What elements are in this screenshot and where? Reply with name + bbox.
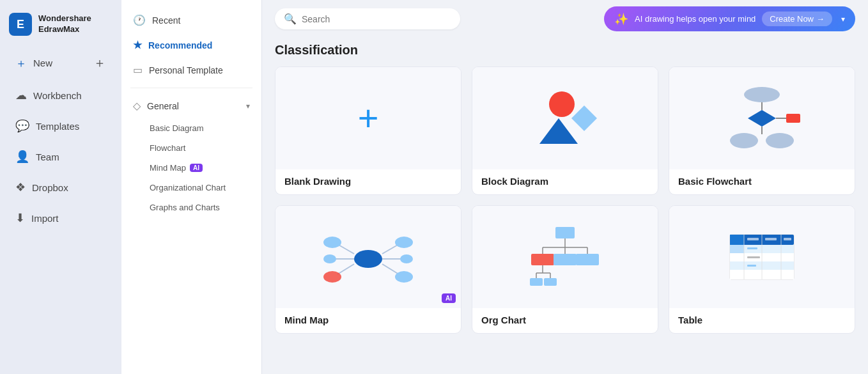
mind-map-ai-badge: AI [190,164,203,172]
card-blank-visual: + [275,67,461,169]
cards-grid: + Blank Drawing Block Diagram [262,66,868,347]
personal-template-icon: ▭ [133,64,143,76]
svg-point-19 [395,237,413,248]
banner-dropdown-icon: ▾ [841,15,845,24]
app-logo-text: Wondershare EdrawMax [38,13,91,35]
card-table[interactable]: Table [669,205,855,334]
general-header[interactable]: ◇ General ▾ [121,93,261,118]
nav-dropbox-label: Dropbox [32,182,68,193]
sub-org-chart[interactable]: Organizational Chart [121,178,261,198]
card-mindmap-wrapper: AI [275,206,461,308]
svg-point-15 [323,254,336,263]
svg-line-16 [337,264,354,274]
team-icon: 👤 [15,150,29,164]
card-org-chart[interactable]: Org Chart [472,205,658,334]
dropbox-icon: ❖ [15,180,26,194]
new-icon: ＋ [15,56,27,71]
top-bar: 🔍 ✨ AI drawing helps open your mind Crea… [262,0,868,38]
general-subitems: Basic Diagram Flowchart Mind Map AI Orga… [121,118,261,217]
card-block-label: Block Diagram [472,169,658,194]
svg-point-0 [549,91,575,117]
main-content: 🔍 ✨ AI drawing helps open your mind Crea… [262,0,868,374]
mid-personal-template-label: Personal Template [149,65,223,75]
svg-rect-30 [531,254,554,265]
ai-banner-text: AI drawing helps open your mind [635,14,756,24]
nav-new-label: New [33,58,52,68]
svg-rect-31 [554,254,577,265]
chevron-down-icon: ▾ [246,102,250,111]
nav-new[interactable]: ＋ New ＋ [5,47,116,79]
card-mindmap-label: Mind Map [275,308,461,333]
create-now-button[interactable]: Create Now → [762,12,832,26]
general-label: General [147,101,179,111]
card-basic-flowchart[interactable]: Basic Flowchart [669,66,855,195]
mid-personal-template[interactable]: ▭ Personal Template [121,58,261,82]
svg-rect-55 [747,265,756,267]
add-icon: ＋ [93,54,106,72]
search-box[interactable]: 🔍 [275,8,460,29]
general-icon: ◇ [133,100,141,112]
card-mindmap-visual [275,206,461,308]
sub-basic-diagram[interactable]: Basic Diagram [121,118,261,138]
nav-team[interactable]: 👤 Team [5,142,116,171]
sub-graphs-charts[interactable]: Graphs and Charts [121,198,261,217]
classification-title: Classification [262,38,868,66]
svg-rect-53 [747,247,757,249]
svg-marker-1 [571,105,597,131]
workbench-icon: ☁ [15,88,27,102]
svg-line-18 [382,244,399,254]
mid-recommended-label: Recommended [148,40,212,51]
svg-point-17 [323,271,341,283]
recent-icon: 🕐 [133,14,146,26]
svg-rect-38 [544,278,557,286]
svg-point-9 [730,133,758,148]
ai-banner[interactable]: ✨ AI drawing helps open your mind Create… [604,6,855,31]
plus-large-icon: + [358,100,379,136]
logo-area: E Wondershare EdrawMax [0,8,121,46]
svg-rect-37 [530,278,543,286]
svg-rect-41 [730,235,744,245]
mid-recommended[interactable]: ★ Recommended [121,33,261,58]
svg-line-12 [337,244,354,254]
nav-templates[interactable]: 💬 Templates [5,111,116,141]
svg-line-22 [382,264,399,274]
templates-icon: 💬 [15,119,29,133]
table-svg [720,225,803,289]
mid-recent[interactable]: 🕐 Recent [121,8,261,33]
card-block-diagram[interactable]: Block Diagram [472,66,658,195]
svg-rect-24 [555,227,575,238]
card-table-visual [669,206,855,308]
flowchart-svg [717,83,807,153]
svg-rect-7 [786,114,800,123]
mid-sidebar: 🕐 Recent ★ Recommended ▭ Personal Templa… [121,0,262,374]
sub-flowchart[interactable]: Flowchart [121,138,261,158]
nav-dropbox[interactable]: ❖ Dropbox [5,173,116,202]
mid-recent-label: Recent [152,15,180,26]
card-flowchart-visual [669,67,855,169]
nav-import[interactable]: ⬇ Import [5,203,116,233]
svg-point-23 [395,271,413,283]
card-mind-map[interactable]: AI Mind Map [275,205,461,334]
mid-divider [130,88,252,88]
app-logo-icon: E [9,13,32,36]
card-blank-drawing[interactable]: + Blank Drawing [275,66,461,195]
svg-marker-5 [748,110,776,127]
svg-rect-51 [765,238,777,240]
svg-point-21 [400,254,413,263]
search-input[interactable] [302,14,451,24]
nav-templates-label: Templates [36,121,79,132]
card-flowchart-label: Basic Flowchart [669,169,855,194]
create-now-label: Create Now [770,14,814,24]
svg-rect-43 [730,245,744,253]
nav-workbench[interactable]: ☁ Workbench [5,81,116,110]
svg-rect-32 [576,254,599,265]
card-orgchart-visual [472,206,658,308]
card-table-label: Table [669,308,855,333]
orgchart-svg [523,222,607,292]
svg-point-11 [354,250,382,268]
sub-mind-map[interactable]: Mind Map AI [121,158,261,178]
card-orgchart-label: Org Chart [472,308,658,333]
nav-team-label: Team [36,152,59,162]
svg-rect-50 [747,238,759,240]
mindmap-ai-badge: AI [442,293,456,303]
